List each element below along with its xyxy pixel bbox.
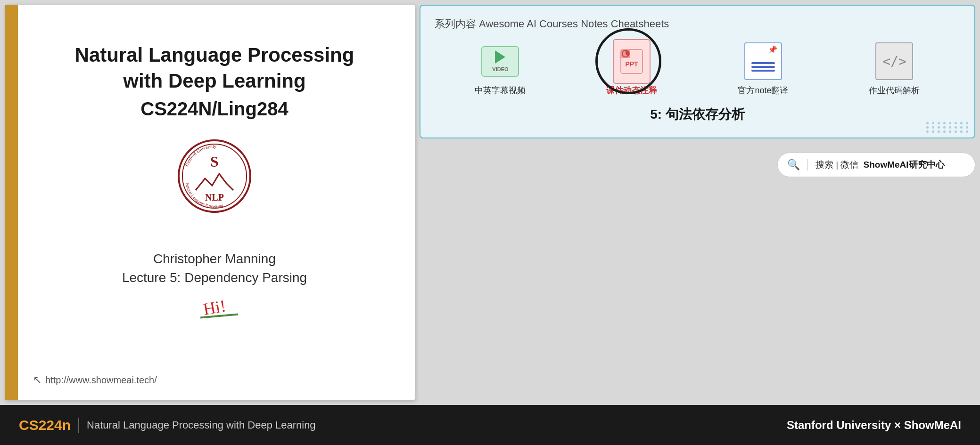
search-text: 搜索 | 微信 [815, 159, 859, 171]
play-button-icon [495, 50, 505, 64]
video-icon-wrap: VIDEO [481, 46, 519, 77]
info-card-title: 系列内容 Awesome AI Courses Notes Cheatsheet… [435, 17, 960, 31]
video-icon-box: VIDEO [479, 42, 521, 80]
right-panel: 系列内容 Awesome AI Courses Notes Cheatsheet… [420, 5, 975, 400]
code-icon-box: </> [873, 42, 915, 80]
video-icon-item[interactable]: VIDEO 中英字幕视频 [475, 42, 526, 96]
note-icon-wrap: 📌 [744, 42, 782, 80]
slide-url: ↖ http://www.showmeai.tech/ [33, 374, 157, 386]
code-brackets-icon: </> [882, 54, 906, 69]
bottom-course-name: Natural Language Processing with Deep Le… [87, 419, 316, 431]
video-label: VIDEO [492, 66, 508, 72]
slide-lecture: Lecture 5: Dependency Parsing [122, 270, 307, 285]
search-bar[interactable]: 🔍 搜索 | 微信 ShowMeAI研究中心 [777, 153, 975, 177]
card-subtitle: 5: 句法依存分析 [435, 105, 960, 123]
bottom-divider [78, 418, 79, 433]
bottom-left: CS224n Natural Language Processing with … [19, 417, 316, 433]
main-area: Natural Language Processing with Deep Le… [0, 0, 980, 405]
ppt-icon-item[interactable]: PPT 课件动态注释 [606, 42, 657, 96]
ppt-caption: 课件动态注释 [606, 85, 657, 96]
code-caption: 作业代码解析 [869, 85, 920, 96]
bottom-right-text: Stanford University × ShowMeAI [787, 419, 961, 431]
slide-left-bar [5, 5, 18, 400]
dots-decoration [926, 122, 970, 133]
ppt-icon-box: PPT [610, 42, 653, 80]
slide-course: CS224N/Ling284 [140, 98, 288, 120]
icons-row: VIDEO 中英字幕视频 PPT [435, 42, 960, 96]
slide-author: Christopher Manning [153, 251, 276, 267]
code-icon-item[interactable]: </> 作业代码解析 [869, 42, 920, 96]
slide-panel: Natural Language Processing with Deep Le… [5, 5, 415, 400]
search-brand: ShowMeAI研究中心 [864, 159, 945, 171]
svg-text:PPT: PPT [626, 60, 639, 68]
search-divider [807, 159, 808, 170]
code-icon-wrap: </> [875, 42, 913, 80]
info-card: 系列内容 Awesome AI Courses Notes Cheatsheet… [420, 5, 975, 138]
note-icon-item[interactable]: 📌 官方note翻译 [738, 42, 788, 96]
bottom-course-code: CS224n [19, 417, 71, 433]
note-icon-box: 📌 [742, 42, 784, 80]
slide-title: Natural Language Processing with Deep Le… [75, 42, 354, 94]
search-area: 🔍 搜索 | 微信 ShowMeAI研究中心 [420, 148, 975, 182]
cursor-icon: ↖ [33, 374, 41, 386]
bottom-right: Stanford University × ShowMeAI [787, 419, 961, 432]
svg-text:NLP: NLP [205, 192, 224, 202]
stanford-logo: S NLP Stanford University Natural Langua… [177, 138, 252, 214]
svg-text:S: S [210, 153, 219, 170]
video-caption: 中英字幕视频 [475, 85, 526, 96]
bottom-bar: CS224n Natural Language Processing with … [0, 405, 980, 445]
note-caption: 官方note翻译 [738, 85, 788, 96]
search-icon: 🔍 [787, 159, 800, 171]
ppt-icon-wrap: PPT [613, 39, 651, 84]
